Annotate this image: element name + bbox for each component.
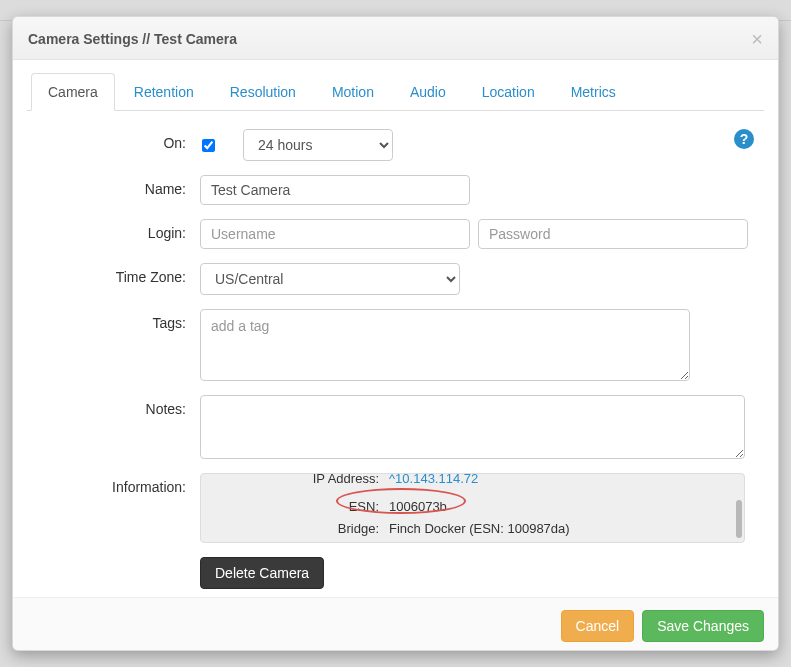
on-label: On: bbox=[35, 129, 200, 151]
information-panel[interactable]: IP Address: ^10.143.114.72 ESN: 1006073b… bbox=[200, 473, 745, 543]
modal-body: Camera Retention Resolution Motion Audio… bbox=[13, 60, 778, 597]
information-label: Information: bbox=[35, 473, 200, 495]
help-icon[interactable]: ? bbox=[734, 129, 754, 149]
notes-label: Notes: bbox=[35, 395, 200, 417]
tab-audio[interactable]: Audio bbox=[393, 73, 463, 111]
esn-value: 1006073b bbox=[389, 496, 447, 518]
tab-resolution[interactable]: Resolution bbox=[213, 73, 313, 111]
ip-address-value[interactable]: ^10.143.114.72 bbox=[389, 473, 478, 490]
notes-input[interactable] bbox=[200, 395, 745, 459]
modal-footer: Cancel Save Changes bbox=[13, 597, 778, 651]
tab-metrics[interactable]: Metrics bbox=[554, 73, 633, 111]
tags-label: Tags: bbox=[35, 309, 200, 331]
modal-title: Camera Settings // Test Camera bbox=[28, 31, 237, 47]
cancel-button[interactable]: Cancel bbox=[561, 610, 635, 642]
modal-header: Camera Settings // Test Camera × bbox=[13, 17, 778, 60]
tab-motion[interactable]: Motion bbox=[315, 73, 391, 111]
bridge-value: Finch Docker (ESN: 100987da) bbox=[389, 518, 570, 540]
username-input[interactable] bbox=[200, 219, 470, 249]
help-icon-glyph: ? bbox=[740, 131, 749, 147]
tags-input[interactable] bbox=[200, 309, 690, 381]
tab-camera[interactable]: Camera bbox=[31, 73, 115, 111]
camera-form: ? On: 24 hours Name: Login: bbox=[27, 111, 764, 595]
esn-label: ESN: bbox=[209, 496, 389, 518]
ip-address-label: IP Address: bbox=[209, 473, 389, 490]
name-input[interactable] bbox=[200, 175, 470, 205]
password-input[interactable] bbox=[478, 219, 748, 249]
login-label: Login: bbox=[35, 219, 200, 241]
timezone-label: Time Zone: bbox=[35, 263, 200, 285]
close-icon[interactable]: × bbox=[751, 29, 763, 49]
save-changes-button[interactable]: Save Changes bbox=[642, 610, 764, 642]
on-checkbox[interactable] bbox=[202, 139, 215, 152]
delete-camera-button[interactable]: Delete Camera bbox=[200, 557, 324, 589]
info-scrollbar[interactable] bbox=[736, 500, 742, 538]
bridge-label: Bridge: bbox=[209, 518, 389, 540]
tab-retention[interactable]: Retention bbox=[117, 73, 211, 111]
hours-select[interactable]: 24 hours bbox=[243, 129, 393, 161]
timezone-select[interactable]: US/Central bbox=[200, 263, 460, 295]
tab-bar: Camera Retention Resolution Motion Audio… bbox=[27, 72, 764, 111]
tab-location[interactable]: Location bbox=[465, 73, 552, 111]
camera-settings-modal: Camera Settings // Test Camera × Camera … bbox=[12, 16, 779, 651]
name-label: Name: bbox=[35, 175, 200, 197]
